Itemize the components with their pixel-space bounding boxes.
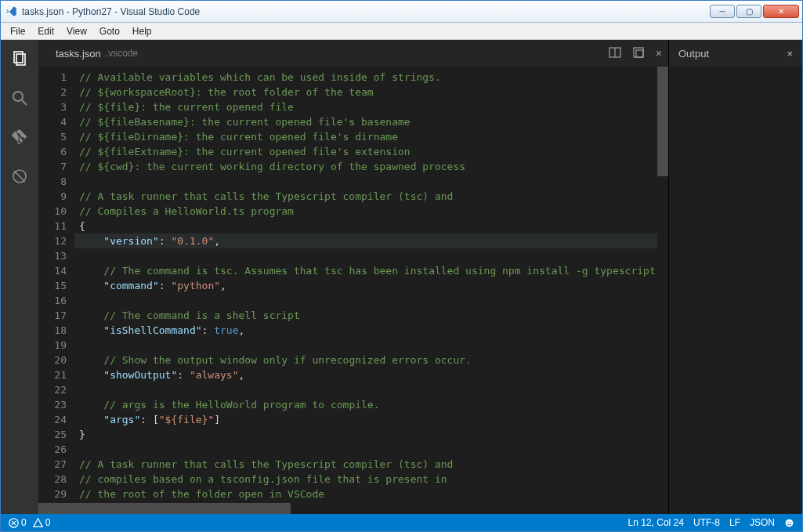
activity-bar [1, 40, 38, 514]
menu-edit[interactable]: Edit [31, 24, 60, 38]
window-maximize-button[interactable]: ▢ [736, 5, 761, 18]
code-line[interactable]: } [74, 427, 668, 442]
code-line[interactable]: // Compiles a HelloWorld.ts program [74, 204, 668, 219]
code-line[interactable] [74, 442, 668, 457]
output-title: Output [678, 48, 709, 60]
code-line[interactable]: "command": "python", [74, 278, 668, 293]
editor-tabs: tasks.json .vscode × [38, 40, 668, 67]
code-line[interactable]: "isShellCommand": true, [74, 323, 668, 338]
code-line[interactable]: // The command is a shell script [74, 308, 668, 323]
code-line[interactable]: { [74, 219, 668, 233]
explorer-icon[interactable] [9, 48, 31, 70]
code-line[interactable] [74, 293, 668, 308]
status-eol[interactable]: LF [729, 517, 740, 528]
code-line[interactable] [74, 382, 668, 397]
code-line[interactable]: // args is the HelloWorld program to com… [74, 397, 668, 412]
more-actions-icon[interactable] [632, 46, 645, 61]
svg-rect-0 [14, 52, 23, 63]
status-errors[interactable]: 0 [9, 517, 27, 528]
svg-point-13 [786, 519, 794, 527]
status-language[interactable]: JSON [750, 517, 775, 528]
status-encoding[interactable]: UTF-8 [693, 517, 720, 528]
code-line[interactable] [74, 248, 668, 263]
window-titlebar: tasks.json - Python27 - Visual Studio Co… [1, 1, 802, 23]
menu-file[interactable]: File [4, 24, 31, 38]
svg-point-2 [13, 92, 23, 101]
search-icon[interactable] [9, 87, 31, 109]
tab-close-icon[interactable]: × [656, 47, 662, 60]
code-line[interactable]: // ${workspaceRoot}: the root folder of … [74, 85, 668, 100]
code-line[interactable]: // ${fileExtname}: the current opened fi… [74, 144, 668, 159]
tab-filename[interactable]: tasks.json [56, 48, 101, 60]
code-line[interactable]: // Available variables which can be used… [74, 70, 668, 85]
tab-description: .vscode [106, 48, 138, 59]
code-line[interactable] [74, 338, 668, 353]
window-minimize-button[interactable]: ─ [710, 5, 735, 18]
menu-bar: FileEditViewGotoHelp [1, 23, 802, 40]
menu-view[interactable]: View [60, 24, 93, 38]
code-line[interactable]: "version": "0.1.0", [74, 233, 668, 248]
status-feedback-icon[interactable] [784, 518, 794, 528]
svg-rect-8 [634, 48, 643, 57]
vertical-scrollbar[interactable] [657, 67, 668, 503]
horizontal-scrollbar[interactable] [38, 503, 668, 514]
code-line[interactable]: // A task runner that calls the Typescri… [74, 189, 668, 204]
code-line[interactable]: // ${file}: the current opened file [74, 100, 668, 114]
window-title: tasks.json - Python27 - Visual Studio Co… [22, 6, 200, 17]
svg-line-3 [22, 100, 27, 105]
status-warnings[interactable]: 0 [33, 517, 51, 528]
status-cursor-position[interactable]: Ln 12, Col 24 [628, 517, 684, 528]
code-line[interactable]: // A task runner that calls the Typescri… [74, 457, 668, 472]
svg-point-14 [787, 521, 789, 523]
menu-help[interactable]: Help [126, 24, 158, 38]
code-line[interactable]: "showOutput": "always", [74, 367, 668, 382]
svg-point-15 [790, 521, 791, 523]
output-panel: Output × [669, 40, 802, 514]
code-line[interactable]: "args": ["${file}"] [74, 412, 668, 427]
debug-icon[interactable] [9, 165, 31, 187]
status-bar: 0 0 Ln 12, Col 24 UTF-8 LF JSON [1, 514, 802, 531]
code-line[interactable] [74, 174, 668, 189]
code-line[interactable]: // ${fileBasename}: the current opened f… [74, 114, 668, 129]
split-editor-icon[interactable] [609, 46, 621, 61]
code-line[interactable]: // The command is tsc. Assumes that tsc … [74, 263, 668, 278]
menu-goto[interactable]: Goto [93, 24, 126, 38]
editor-pane: tasks.json .vscode × 1234567891011121314… [38, 40, 669, 514]
git-icon[interactable] [9, 126, 31, 148]
code-line[interactable]: // ${fileDirname}: the current opened fi… [74, 129, 668, 144]
code-line[interactable]: // the root of the folder open in VSCode [74, 487, 668, 501]
window-close-button[interactable]: ✕ [763, 5, 799, 18]
code-line[interactable]: // compiles based on a tsconfig.json fil… [74, 472, 668, 487]
output-close-icon[interactable]: × [787, 48, 793, 60]
svg-rect-9 [636, 50, 643, 57]
code-line[interactable] [74, 501, 668, 503]
code-editor[interactable]: 1234567891011121314151617181920212223242… [38, 67, 668, 503]
svg-line-5 [14, 171, 25, 182]
code-line[interactable]: // Show the output window only if unreco… [74, 353, 668, 367]
svg-rect-1 [16, 54, 25, 65]
code-line[interactable]: // ${cwd}: the current working directory… [74, 159, 668, 174]
vscode-logo-icon [5, 5, 17, 17]
